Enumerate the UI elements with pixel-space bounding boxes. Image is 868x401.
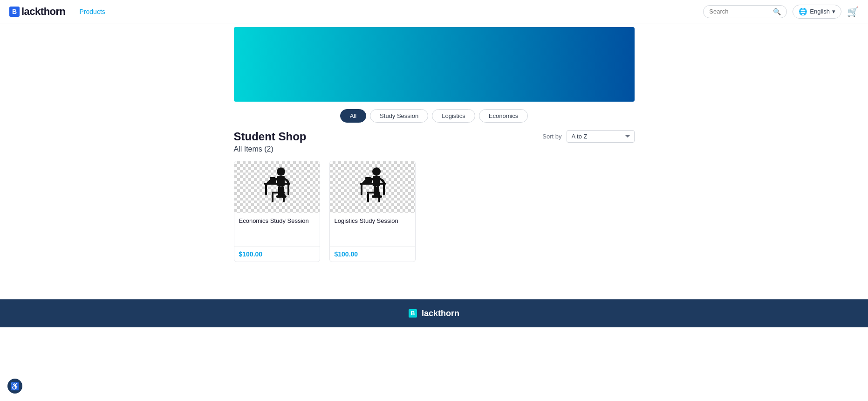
logo[interactable]: B lackthorn <box>9 6 66 18</box>
svg-rect-22 <box>378 194 380 202</box>
main-content: All Study Session Logistics Economics St… <box>234 102 635 281</box>
product-info-logistics: Logistics Study Session <box>330 213 415 246</box>
svg-rect-6 <box>272 192 285 194</box>
filter-tab-all[interactable]: All <box>340 109 366 123</box>
cart-icon[interactable]: 🛒 <box>847 6 859 17</box>
globe-icon: 🌐 <box>799 7 807 16</box>
student-figure-icon <box>254 166 301 208</box>
shop-title: Student Shop <box>234 130 307 143</box>
product-price-logistics: $100.00 <box>330 246 415 262</box>
footer: B lackthorn <box>0 299 868 327</box>
chevron-down-icon: ▾ <box>832 8 835 15</box>
footer-logo: B lackthorn <box>409 309 459 318</box>
svg-rect-24 <box>361 185 362 195</box>
sort-label: Sort by <box>542 133 561 140</box>
search-bar: 🔍 <box>703 5 787 18</box>
product-name-economics: Economics Study Session <box>239 217 315 234</box>
logo-text: lackthorn <box>21 6 66 18</box>
items-count: All Items (2) <box>234 145 307 153</box>
shop-header: Student Shop All Items (2) Sort by A to … <box>234 130 635 161</box>
hero-banner <box>234 27 635 102</box>
svg-point-14 <box>372 167 381 176</box>
filter-tab-logistics[interactable]: Logistics <box>432 109 475 123</box>
sort-bar: Sort by A to Z Z to A Price: Low to High… <box>542 130 634 143</box>
svg-rect-21 <box>367 194 369 202</box>
svg-rect-9 <box>264 183 290 185</box>
svg-rect-10 <box>265 185 267 195</box>
svg-rect-8 <box>283 194 285 202</box>
language-label: English <box>810 8 830 15</box>
sort-select[interactable]: A to Z Z to A Price: Low to High Price: … <box>567 130 635 143</box>
logo-icon: B <box>9 7 20 17</box>
search-input[interactable] <box>709 8 771 15</box>
header-right: 🔍 🌐 English ▾ 🛒 <box>703 5 859 19</box>
svg-rect-25 <box>383 185 385 195</box>
svg-point-0 <box>277 167 285 176</box>
filter-tab-economics[interactable]: Economics <box>479 109 528 123</box>
product-image-economics <box>234 161 320 213</box>
svg-rect-2 <box>278 186 281 196</box>
filter-tab-study-session[interactable]: Study Session <box>370 109 428 123</box>
svg-rect-20 <box>367 192 380 194</box>
product-info-economics: Economics Study Session <box>234 213 320 246</box>
product-card-logistics[interactable]: Logistics Study Session $100.00 <box>329 161 416 262</box>
search-icon[interactable]: 🔍 <box>773 8 781 15</box>
products-grid: Economics Study Session $100.00 <box>234 161 635 262</box>
footer-logo-icon: B <box>409 309 417 318</box>
product-image-logistics <box>330 161 416 213</box>
header: B lackthorn Products 🔍 🌐 English ▾ 🛒 <box>0 0 868 23</box>
svg-rect-7 <box>272 194 273 202</box>
filter-tabs: All Study Session Logistics Economics <box>234 102 635 130</box>
svg-rect-11 <box>287 185 289 195</box>
svg-rect-23 <box>360 183 386 185</box>
shop-header-left: Student Shop All Items (2) <box>234 130 307 161</box>
svg-rect-27 <box>365 177 371 180</box>
student-figure-logistics-icon <box>349 166 396 208</box>
svg-rect-13 <box>270 177 275 180</box>
language-selector[interactable]: 🌐 English ▾ <box>793 5 841 19</box>
product-price-economics: $100.00 <box>234 246 320 262</box>
nav-products-link[interactable]: Products <box>80 8 105 15</box>
svg-rect-16 <box>374 186 376 196</box>
product-name-logistics: Logistics Study Session <box>335 217 410 234</box>
footer-logo-text: lackthorn <box>422 309 459 318</box>
product-card-economics[interactable]: Economics Study Session $100.00 <box>234 161 320 262</box>
